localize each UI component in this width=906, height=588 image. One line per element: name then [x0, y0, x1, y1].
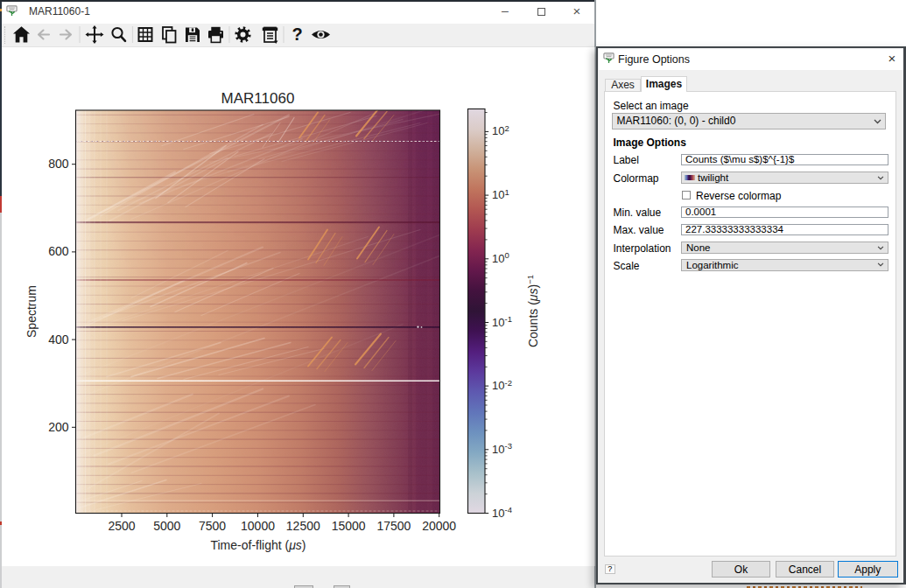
svg-text:5000: 5000 — [153, 518, 180, 532]
svg-text:?: ? — [291, 24, 302, 44]
svg-text:15000: 15000 — [332, 518, 366, 532]
svg-text:Time-of-flight (μs): Time-of-flight (μs) — [210, 537, 306, 551]
svg-text:200: 200 — [48, 419, 69, 433]
svg-text:600: 600 — [48, 244, 69, 258]
svg-text:17500: 17500 — [376, 518, 411, 532]
svg-text:MAR11060: MAR11060 — [221, 90, 295, 107]
svg-text:7500: 7500 — [199, 518, 226, 532]
svg-text:20000: 20000 — [422, 518, 456, 532]
svg-text:2500: 2500 — [108, 518, 135, 532]
svg-text:800: 800 — [48, 157, 69, 171]
svg-text:400: 400 — [48, 332, 69, 346]
svg-text:12500: 12500 — [286, 518, 320, 532]
svg-text:10000: 10000 — [241, 518, 275, 532]
svg-text:Spectrum: Spectrum — [25, 285, 39, 338]
svg-text:Counts (μs)−1: Counts (μs)−1 — [525, 274, 540, 346]
